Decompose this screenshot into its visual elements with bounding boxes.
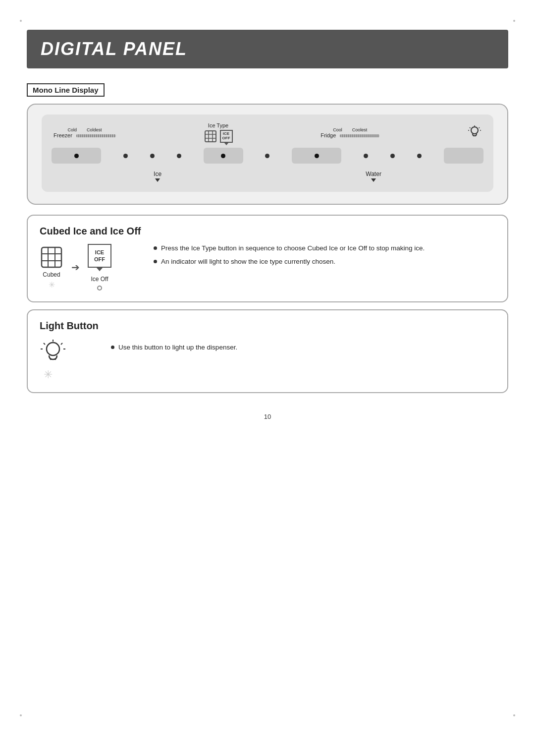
ice-off-icon-group: ICE OFF Ice Off <box>88 244 111 291</box>
dot-8 <box>364 154 368 158</box>
panel-buttons-row <box>52 148 483 164</box>
light-button-content: Light Button ✳ Use this button to light … <box>40 320 495 381</box>
bullet-text-2: An indicator will light to show the ice … <box>161 257 335 267</box>
dot-1 <box>74 154 79 158</box>
dot-5 <box>221 154 225 158</box>
cubed-ice-icon-group: Cubed ✳ <box>40 245 63 290</box>
mono-line-display-label: Mono Line Display <box>27 83 105 97</box>
svg-point-17 <box>47 343 59 355</box>
dot-10 <box>417 154 422 158</box>
corner-dot-tr <box>513 20 515 22</box>
cool-label: Cool <box>333 127 342 132</box>
light-button-panel[interactable] <box>444 148 483 164</box>
lightbulb-large-icon <box>40 339 66 365</box>
coolest-label: Coolest <box>352 127 368 132</box>
page-number: 10 <box>0 413 535 420</box>
panel-top-row: Cold Coldest Freezer Ice Type <box>52 122 483 143</box>
fridge-button[interactable] <box>292 148 341 164</box>
cold-label: Cold <box>67 127 77 132</box>
corner-dot-tl <box>20 20 22 22</box>
coldest-label: Coldest <box>87 127 102 132</box>
ice-water-icons: Ice Water <box>52 171 483 182</box>
cubed-icon-panel <box>204 130 217 143</box>
light-button-title: Light Button <box>40 320 99 332</box>
ice-type-label: Ice Type <box>208 122 228 128</box>
freezer-slider <box>76 134 116 137</box>
ice-off-indicator <box>97 286 102 291</box>
dot-3 <box>150 154 155 158</box>
cubed-ice-title: Cubed Ice and Ice Off <box>40 226 495 237</box>
page-header: DIGITAL PANEL <box>27 30 508 68</box>
page-title: DIGITAL PANEL <box>41 39 494 59</box>
corner-dot-br <box>513 714 515 716</box>
ice-type-button[interactable] <box>204 148 243 164</box>
panel-inner: Cold Coldest Freezer Ice Type <box>42 115 493 192</box>
water-arrow <box>371 178 376 182</box>
bullet-text-1: Press the Ice Type button in sequence to… <box>161 244 425 253</box>
ice-off-arrow <box>96 267 103 271</box>
ice-group: Ice <box>154 171 161 182</box>
bullet-2: An indicator will light to show the ice … <box>154 257 495 267</box>
water-label: Water <box>366 171 381 177</box>
cubed-ice-svg <box>40 245 63 269</box>
ice-off-text-line2: OFF <box>94 256 105 263</box>
fridge-group: Cool Coolest Fridge <box>321 127 379 138</box>
dot-4 <box>177 154 181 158</box>
ice-type-icons: ICE OFF <box>204 130 233 143</box>
water-group: Water <box>366 171 381 182</box>
ice-type-area: Ice Type ICE OFF <box>204 122 233 143</box>
svg-line-21 <box>61 343 62 345</box>
dot-7 <box>315 154 319 158</box>
ice-label: Ice <box>154 171 161 177</box>
svg-rect-12 <box>42 247 61 267</box>
fridge-label: Fridge <box>321 132 336 138</box>
svg-line-9 <box>479 127 480 128</box>
light-bullet-dot <box>111 346 114 349</box>
light-button-icons: Light Button ✳ <box>40 320 99 381</box>
cubed-ice-text: Press the Ice Type button in sequence to… <box>154 244 495 271</box>
cubed-ice-icons: Cubed ✳ ➔ ICE OFF Ice Off <box>40 244 144 291</box>
ice-off-icon-panel: ICE OFF <box>220 130 233 143</box>
ice-off-label: Ice Off <box>91 276 108 283</box>
dot-2 <box>123 154 128 158</box>
freezer-sublabels: Cold Coldest <box>67 127 102 132</box>
arrow-right-icon: ➔ <box>71 261 80 273</box>
light-button-section: Light Button ✳ Use this button to light … <box>27 309 508 393</box>
ice-arrow <box>155 178 160 182</box>
dot-9 <box>390 154 395 158</box>
cubed-sun-icon: ✳ <box>49 280 55 290</box>
bullet-dot-2 <box>154 260 157 263</box>
freezer-button[interactable] <box>52 148 101 164</box>
freezer-label: Freezer <box>54 132 72 138</box>
lightbulb-icon-panel <box>468 125 482 140</box>
dot-6 <box>265 154 269 158</box>
cubed-label: Cubed <box>43 271 60 278</box>
cubed-ice-section: Cubed Ice and Ice Off Cubed ✳ ➔ IC <box>27 215 508 302</box>
ice-off-text-line1: ICE <box>95 249 104 256</box>
cubed-ice-content: Cubed ✳ ➔ ICE OFF Ice Off Press the Ice … <box>40 244 495 291</box>
svg-line-8 <box>470 127 471 128</box>
fridge-slider <box>340 134 379 137</box>
bullet-1: Press the Ice Type button in sequence to… <box>154 244 495 253</box>
light-bullet-text: Use this button to light up the dispense… <box>118 343 237 352</box>
light-button-text: Use this button to light up the dispense… <box>111 320 495 356</box>
freezer-group: Cold Coldest Freezer <box>54 127 116 138</box>
svg-rect-0 <box>205 131 216 142</box>
bullet-dot-1 <box>154 246 157 250</box>
svg-line-20 <box>44 343 45 345</box>
fridge-sublabels: Cool Coolest <box>333 127 367 132</box>
svg-point-5 <box>471 127 478 134</box>
light-bullet: Use this button to light up the dispense… <box>111 343 495 352</box>
ice-off-box: ICE OFF <box>88 244 111 268</box>
lightbulb-small-indicator: ✳ <box>44 368 53 381</box>
corner-dot-bl <box>20 714 22 716</box>
panel-diagram: Cold Coldest Freezer Ice Type <box>27 104 508 205</box>
